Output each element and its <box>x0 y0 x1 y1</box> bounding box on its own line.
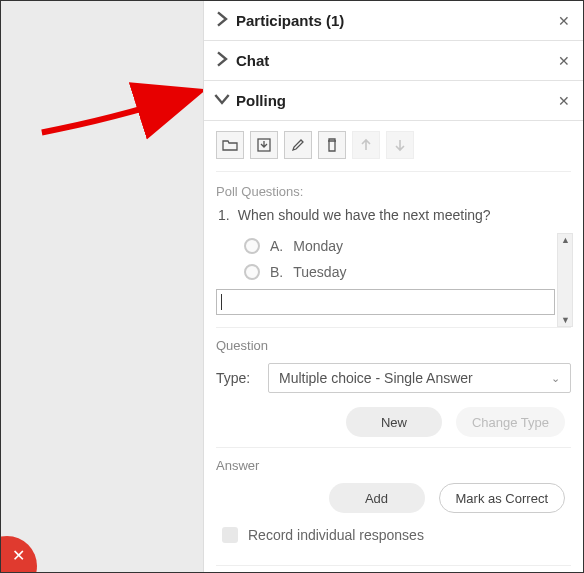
answer-section: Answer Add Mark as Correct Record indivi… <box>216 447 571 553</box>
right-panel: Participants (1) ✕ Chat ✕ Polling ✕ <box>203 1 583 572</box>
question-section: Question Type: Multiple choice - Single … <box>216 327 571 447</box>
add-button[interactable]: Add <box>329 483 425 513</box>
annotation-arrow <box>19 81 219 141</box>
close-participants-button[interactable]: ✕ <box>555 13 573 29</box>
change-type-button: Change Type <box>456 407 565 437</box>
chat-title: Chat <box>236 52 555 69</box>
participants-header[interactable]: Participants (1) ✕ <box>204 1 583 41</box>
type-select[interactable]: Multiple choice - Single Answer ⌄ <box>268 363 571 393</box>
move-down-button <box>386 131 414 159</box>
chevron-right-icon <box>214 11 230 30</box>
mark-correct-button[interactable]: Mark as Correct <box>439 483 565 513</box>
close-circle-button[interactable]: ✕ <box>0 536 37 573</box>
participants-title: Participants (1) <box>236 12 555 29</box>
new-option-input[interactable] <box>216 289 555 315</box>
question-text: When should we have the next meeting? <box>238 207 491 223</box>
question-section-label: Question <box>216 338 571 353</box>
answer-section-label: Answer <box>216 458 571 473</box>
poll-questions-label: Poll Questions: <box>216 184 571 199</box>
options-area: A. Monday B. Tuesday ▲ ▼ <box>216 233 571 315</box>
save-button[interactable] <box>250 131 278 159</box>
delete-button[interactable] <box>318 131 346 159</box>
close-chat-button[interactable]: ✕ <box>555 53 573 69</box>
option-row-a[interactable]: A. Monday <box>216 233 571 259</box>
question-number: 1. <box>218 207 230 223</box>
option-row-b[interactable]: B. Tuesday <box>216 259 571 285</box>
polling-toolbar <box>216 121 571 172</box>
record-checkbox-row[interactable]: Record individual responses <box>216 527 571 543</box>
answer-buttons: Add Mark as Correct <box>216 483 571 513</box>
radio-icon[interactable] <box>244 264 260 280</box>
scroll-down-icon[interactable]: ▼ <box>561 315 570 325</box>
option-text: Tuesday <box>293 264 346 280</box>
radio-icon[interactable] <box>244 238 260 254</box>
polling-title: Polling <box>236 92 555 109</box>
close-icon: ✕ <box>12 546 25 565</box>
option-text: Monday <box>293 238 343 254</box>
bottom-buttons: Clear All Options... Open Poll <box>216 565 571 573</box>
edit-button[interactable] <box>284 131 312 159</box>
scrollbar-vertical[interactable]: ▲ ▼ <box>557 233 573 327</box>
polling-header[interactable]: Polling ✕ <box>204 81 583 121</box>
chevron-down-icon <box>214 91 230 110</box>
polling-body: Poll Questions: 1. When should we have t… <box>204 121 583 573</box>
question-row: 1. When should we have the next meeting? <box>216 207 571 223</box>
question-buttons: New Change Type <box>216 407 571 437</box>
option-letter: A. <box>270 238 283 254</box>
type-row: Type: Multiple choice - Single Answer ⌄ <box>216 363 571 393</box>
scroll-up-icon[interactable]: ▲ <box>561 235 570 245</box>
type-select-value: Multiple choice - Single Answer <box>279 370 473 386</box>
open-file-button[interactable] <box>216 131 244 159</box>
text-cursor <box>221 294 222 310</box>
checkbox-icon[interactable] <box>222 527 238 543</box>
new-button[interactable]: New <box>346 407 442 437</box>
move-up-button <box>352 131 380 159</box>
chat-header[interactable]: Chat ✕ <box>204 41 583 81</box>
record-checkbox-label: Record individual responses <box>248 527 424 543</box>
close-polling-button[interactable]: ✕ <box>555 93 573 109</box>
option-letter: B. <box>270 264 283 280</box>
type-label: Type: <box>216 370 258 386</box>
chevron-right-icon <box>214 51 230 70</box>
chevron-down-icon: ⌄ <box>551 372 560 385</box>
